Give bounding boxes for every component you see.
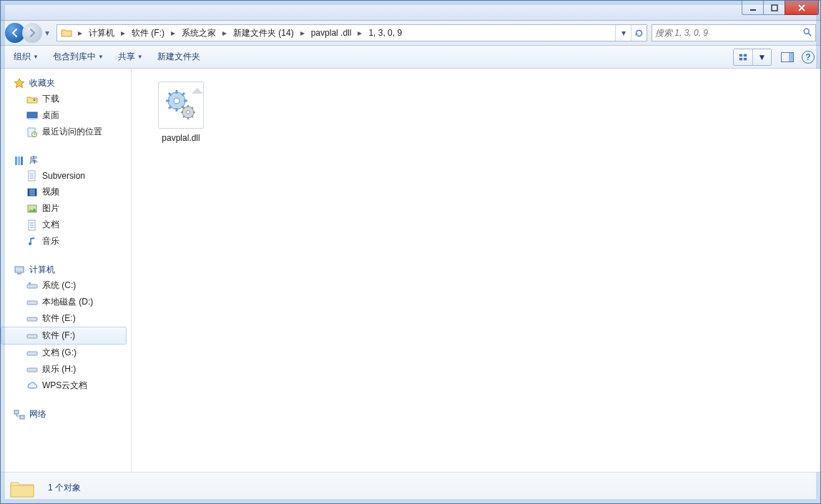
svg-point-38: [187, 111, 190, 114]
sidebar-item-drive-e[interactable]: 软件 (E:): [1, 310, 131, 327]
sidebar-section-network: 网络: [1, 407, 131, 422]
svg-rect-28: [27, 301, 37, 305]
sidebar-header-favorites[interactable]: 收藏夹: [1, 76, 131, 91]
sidebar-header-computer[interactable]: 计算机: [1, 262, 131, 277]
svg-rect-13: [15, 157, 17, 165]
sidebar-header-label: 网络: [29, 408, 46, 420]
toolbar-label: 组织: [14, 51, 31, 63]
help-button[interactable]: ?: [802, 51, 815, 64]
sidebar-item-label: 视频: [42, 186, 59, 198]
view-mode-dropdown[interactable]: ▼: [752, 49, 771, 65]
address-dropdown[interactable]: ▾: [615, 25, 631, 41]
sidebar-item-label: WPS云文档: [42, 380, 87, 392]
sidebar-item-label: 系统 (C:): [42, 280, 76, 292]
file-label: pavplal.dll: [162, 133, 200, 143]
minimize-button[interactable]: [742, 1, 763, 15]
chevron-right-icon[interactable]: ▸: [220, 28, 229, 38]
sidebar-item-drive-d[interactable]: 本地磁盘 (D:): [1, 294, 131, 310]
music-icon: [26, 236, 38, 247]
organize-button[interactable]: 组织▼: [6, 46, 46, 69]
sidebar-item-label: 娱乐 (H:): [42, 363, 76, 375]
search-box[interactable]: [652, 24, 816, 41]
download-icon: [26, 94, 38, 105]
dll-file-icon: [158, 81, 204, 129]
sidebar-item-drive-g[interactable]: 文档 (G:): [1, 345, 131, 361]
drive-icon: [26, 297, 38, 308]
sidebar-item-wps-cloud[interactable]: WPS云文档: [1, 377, 131, 394]
sidebar-header-network[interactable]: 网络: [1, 407, 131, 422]
drive-icon: [26, 330, 38, 342]
share-button[interactable]: 共享▼: [111, 46, 150, 69]
refresh-button[interactable]: [631, 25, 647, 41]
content-pane[interactable]: pavplal.dll: [132, 69, 820, 472]
breadcrumb-label: pavplal .dll: [307, 25, 356, 41]
sidebar-item-downloads[interactable]: 下载: [1, 91, 131, 107]
sidebar-item-drive-h[interactable]: 娱乐 (H:): [1, 361, 131, 377]
breadcrumb-item[interactable]: 计算机▸: [84, 25, 127, 41]
sidebar-item-drive-f[interactable]: 软件 (F:): [1, 327, 127, 345]
svg-rect-1: [772, 5, 777, 11]
sidebar-item-label: 文档 (G:): [42, 347, 77, 359]
chevron-right-icon[interactable]: ▸: [119, 28, 127, 38]
search-input[interactable]: [655, 28, 802, 38]
new-folder-button[interactable]: 新建文件夹: [150, 46, 207, 69]
chevron-right-icon[interactable]: ▸: [355, 28, 364, 38]
sidebar-item-drive-c[interactable]: 系统 (C:): [1, 277, 131, 294]
picture-icon: [26, 203, 38, 214]
history-dropdown[interactable]: ▾: [42, 26, 52, 40]
breadcrumb-item[interactable]: 软件 (F:)▸: [127, 25, 177, 41]
svg-rect-18: [28, 189, 29, 196]
breadcrumb-label: 计算机: [84, 25, 119, 41]
maximize-button[interactable]: [763, 1, 785, 15]
breadcrumb-item[interactable]: 新建文件夹 (14)▸: [229, 25, 307, 41]
toolbar-label: 包含到库中: [53, 51, 96, 63]
svg-rect-29: [27, 317, 37, 321]
sidebar-item-label: 图片: [42, 202, 59, 214]
breadcrumb-item[interactable]: 系统之家▸: [177, 25, 229, 41]
svg-rect-32: [27, 368, 37, 372]
sidebar-header-label: 收藏夹: [29, 77, 55, 89]
sidebar-item-recent[interactable]: 最近访问的位置: [1, 124, 131, 140]
svg-rect-6: [744, 57, 747, 60]
view-mode-button[interactable]: [734, 49, 752, 65]
preview-pane-button[interactable]: [777, 49, 797, 66]
sidebar-item-label: 软件 (F:): [42, 330, 75, 342]
svg-rect-34: [20, 415, 24, 419]
svg-rect-5: [739, 57, 742, 60]
document-icon: [26, 219, 38, 231]
sidebar-item-videos[interactable]: 视频: [1, 184, 131, 200]
folder-icon: [9, 477, 35, 500]
include-in-library-button[interactable]: 包含到库中▼: [46, 46, 111, 69]
sidebar-header-libraries[interactable]: 库: [1, 153, 131, 168]
chevron-right-icon[interactable]: ▸: [76, 28, 84, 38]
svg-point-23: [29, 242, 31, 245]
close-button[interactable]: [785, 1, 819, 15]
svg-rect-15: [21, 157, 23, 165]
svg-rect-19: [35, 189, 36, 196]
sidebar-item-label: 下载: [42, 93, 59, 105]
sidebar-section-libraries: 库 Subversion 视频 图片 文档 音乐: [1, 153, 131, 249]
file-item[interactable]: pavplal.dll: [149, 81, 213, 143]
sidebar-item-pictures[interactable]: 图片: [1, 200, 131, 217]
forward-button[interactable]: [22, 23, 42, 43]
svg-rect-10: [27, 118, 37, 119]
sidebar-item-subversion[interactable]: Subversion: [1, 168, 131, 184]
svg-rect-27: [29, 282, 31, 285]
address-bar[interactable]: ▸ 计算机▸ 软件 (F:)▸ 系统之家▸ 新建文件夹 (14)▸ pavpla…: [56, 24, 647, 41]
sidebar-item-documents[interactable]: 文档: [1, 217, 131, 233]
breadcrumb-label: 1, 3, 0, 9: [364, 25, 406, 41]
status-text: 1 个对象: [48, 482, 81, 494]
sidebar-item-label: Subversion: [42, 171, 85, 181]
chevron-right-icon[interactable]: ▸: [298, 28, 307, 38]
breadcrumb-item[interactable]: pavplal .dll▸: [307, 25, 365, 41]
breadcrumb-item[interactable]: 1, 3, 0, 9: [364, 25, 406, 41]
sidebar-item-music[interactable]: 音乐: [1, 233, 131, 249]
network-icon: [14, 409, 25, 420]
sidebar-item-desktop[interactable]: 桌面: [1, 107, 131, 124]
drive-icon: [26, 364, 38, 375]
chevron-right-icon[interactable]: ▸: [169, 28, 177, 38]
drive-icon: [26, 347, 38, 359]
sidebar-header-label: 库: [29, 154, 38, 167]
svg-rect-4: [744, 54, 747, 56]
svg-rect-26: [27, 285, 37, 288]
